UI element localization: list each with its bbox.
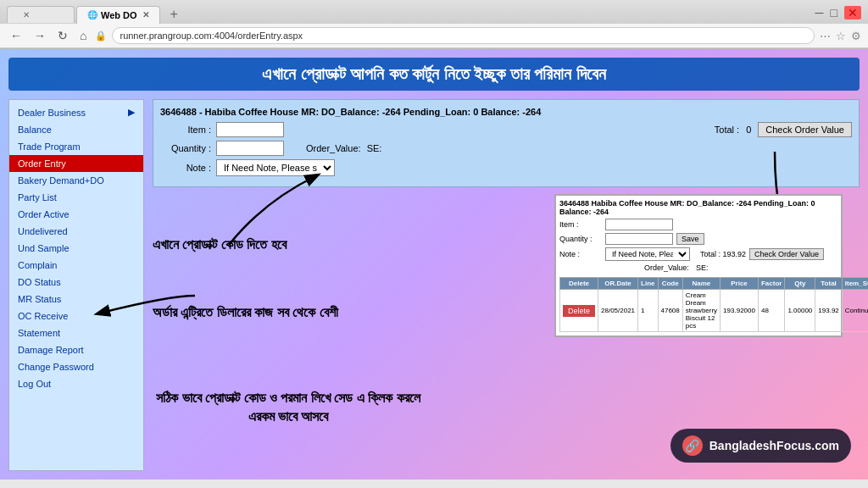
screenshot-form: 3646488 Habiba Coffee House MR: DO_Balan… bbox=[559, 199, 837, 272]
sidebar-item-trade-program[interactable]: Trade Program bbox=[9, 138, 143, 155]
td-code: 47608 bbox=[658, 290, 682, 332]
watermark: 🔗 BangladeshFocus.com bbox=[670, 429, 851, 463]
th-factor: Factor bbox=[758, 278, 784, 290]
new-tab-button[interactable]: + bbox=[165, 5, 183, 24]
forward-button[interactable]: → bbox=[31, 27, 49, 44]
note-select[interactable]: If Need Note, Please select bbox=[216, 159, 335, 176]
sf-header-row: 3646488 Habiba Coffee House MR: DO_Balan… bbox=[559, 199, 837, 216]
sidebar: Dealer Business ▶ Balance Trade Program … bbox=[8, 99, 144, 471]
form-row-item: Item : Total : 0 Check Order Value bbox=[160, 122, 852, 137]
minimize-btn[interactable]: ─ bbox=[815, 6, 824, 19]
sidebar-item-order-entry[interactable]: Order Entry bbox=[9, 155, 143, 172]
sidebar-item-order-active[interactable]: Order Active bbox=[9, 206, 143, 223]
quantity-input[interactable] bbox=[216, 141, 284, 156]
sidebar-item-change-password[interactable]: Change Password bbox=[9, 358, 143, 375]
close-btn[interactable]: ✕ bbox=[844, 6, 861, 19]
screenshot-box: 3646488 Habiba Coffee House MR: DO_Balan… bbox=[554, 194, 843, 337]
star-icon[interactable]: ☆ bbox=[836, 30, 846, 42]
sidebar-item-undelivered[interactable]: Undelivered bbox=[9, 223, 143, 240]
th-delete: Delete bbox=[560, 278, 598, 290]
main-layout: Dealer Business ▶ Balance Trade Program … bbox=[0, 99, 868, 480]
th-qty: Qty bbox=[785, 278, 815, 290]
maximize-btn[interactable]: □ bbox=[831, 6, 837, 19]
left-annotation: এখানে প্রোডাক্ট কোড দিতে হবে অর্ডার এন্ট… bbox=[153, 194, 548, 471]
delete-button[interactable]: Delete bbox=[563, 305, 595, 317]
reload-button[interactable]: ↻ bbox=[54, 27, 71, 44]
sidebar-item-log-out[interactable]: Log Out bbox=[9, 375, 143, 392]
total-label: Total : bbox=[715, 125, 739, 135]
address-bar: ← → ↻ ⌂ 🔒 ⋯ ☆ ⚙ bbox=[0, 24, 868, 48]
table-header-row: Delete OR.Date Line Code Name Price Fact… bbox=[560, 278, 869, 290]
sidebar-item-complain[interactable]: Complain bbox=[9, 257, 143, 274]
order-form: 3646488 - Habiba Coffee House MR: DO_Bal… bbox=[153, 99, 860, 187]
td-line: 1 bbox=[638, 290, 658, 332]
form-right: Total : 0 Check Order Value bbox=[715, 122, 852, 137]
tab-2-label: Web DO bbox=[101, 10, 137, 20]
watermark-text: BangladeshFocus.com bbox=[709, 439, 839, 452]
sidebar-item-damage-report[interactable]: Damage Report bbox=[9, 341, 143, 358]
sf-item-label: Item : bbox=[559, 220, 602, 229]
th-status: Item_Status bbox=[842, 278, 868, 290]
sidebar-item-mr-status[interactable]: MR Status bbox=[9, 291, 143, 308]
sf-note-select[interactable]: If Need Note, Please select bbox=[605, 247, 690, 261]
sf-quantity-label: Quantity : bbox=[559, 235, 602, 243]
right-content: 3646488 - Habiba Coffee House MR: DO_Bal… bbox=[153, 99, 860, 471]
order-value-area: Order_Value: SE: bbox=[306, 143, 381, 153]
sf-save-button[interactable]: Save bbox=[676, 233, 704, 245]
sidebar-item-dealer-business[interactable]: Dealer Business ▶ bbox=[9, 103, 143, 121]
back-button[interactable]: ← bbox=[7, 27, 25, 44]
sidebar-item-bakery[interactable]: Bakery Demand+DO bbox=[9, 172, 143, 189]
sidebar-item-statement[interactable]: Statement bbox=[9, 324, 143, 341]
sidebar-item-und-sample[interactable]: Und Sample bbox=[9, 240, 143, 257]
th-price: Price bbox=[721, 278, 759, 290]
browser-chrome: ✕ 🌐 Web DO ✕ + ─ □ ✕ ← → ↻ ⌂ 🔒 ⋯ ☆ ⚙ bbox=[0, 0, 868, 49]
td-factor: 48 bbox=[758, 290, 784, 332]
sidebar-item-balance[interactable]: Balance bbox=[9, 121, 143, 138]
annotation-click-save: সঠিক ভাবে প্রোডাক্ট কোড ও পরমান লিখে সেড… bbox=[153, 389, 424, 427]
sf-quantity-row: Quantity : Save bbox=[559, 233, 837, 245]
watermark-icon: 🔗 bbox=[682, 435, 703, 456]
form-header: 3646488 - Habiba Coffee House MR: DO_Bal… bbox=[160, 107, 852, 117]
sf-order-value-row: Order_Value: SE: bbox=[559, 263, 837, 272]
tab-bar: ✕ 🌐 Web DO ✕ + ─ □ ✕ bbox=[0, 0, 868, 24]
th-line: Line bbox=[638, 278, 658, 290]
sf-note-row: Note : If Need Note, Please select Total… bbox=[559, 247, 837, 261]
sf-quantity-input[interactable] bbox=[605, 233, 673, 245]
form-row-quantity: Quantity : Order_Value: SE: bbox=[160, 141, 852, 156]
table-row: Delete 28/05/2021 1 47608 Cream Dream st… bbox=[560, 290, 869, 332]
td-delete: Delete bbox=[560, 290, 598, 332]
lock-icon: 🔒 bbox=[95, 30, 107, 42]
tab-2[interactable]: 🌐 Web DO ✕ bbox=[76, 6, 160, 24]
tab-1-close[interactable]: ✕ bbox=[23, 10, 30, 19]
note-label: Note : bbox=[160, 163, 211, 173]
item-label: Item : bbox=[160, 125, 211, 135]
sidebar-item-oc-receive[interactable]: OC Receive bbox=[9, 308, 143, 324]
extensions-icon: ⚙ bbox=[851, 30, 861, 42]
sidebar-item-do-status[interactable]: DO Status bbox=[9, 274, 143, 291]
td-or-date: 28/05/2021 bbox=[598, 290, 638, 332]
sf-total: Total : 193.92 bbox=[700, 250, 746, 258]
th-or-date: OR.Date bbox=[598, 278, 638, 290]
th-code: Code bbox=[658, 278, 682, 290]
td-price: 193.92000 bbox=[721, 290, 759, 332]
sidebar-item-party-list[interactable]: Party List bbox=[9, 189, 143, 206]
sf-item-input[interactable] bbox=[605, 219, 673, 230]
check-order-value-button[interactable]: Check Order Value bbox=[758, 122, 852, 137]
url-input[interactable] bbox=[112, 27, 815, 44]
td-total: 193.92 bbox=[815, 290, 842, 332]
form-row-note: Note : If Need Note, Please select bbox=[160, 159, 852, 176]
sf-item-row: Item : bbox=[559, 219, 837, 230]
bookmark-icon[interactable]: ⋯ bbox=[820, 30, 831, 42]
tab-1[interactable]: ✕ bbox=[7, 6, 75, 23]
screenshot-table: Delete OR.Date Line Code Name Price Fact… bbox=[559, 277, 868, 332]
annotation-order-entry: অর্ডার এন্ট্রিতে ডিলারের কাজ সব থেকে বেশ… bbox=[153, 304, 390, 322]
sf-check-button[interactable]: Check Order Value bbox=[749, 248, 824, 260]
home-button[interactable]: ⌂ bbox=[76, 27, 90, 44]
item-input[interactable] bbox=[216, 122, 284, 137]
screenshot-container: 3646488 Habiba Coffee House MR: DO_Balan… bbox=[554, 194, 860, 337]
tab-2-close[interactable]: ✕ bbox=[142, 10, 149, 19]
th-total: Total bbox=[815, 278, 842, 290]
page-content: এখানে প্রোডাক্ট আপনি কত কার্টুন নিতে ইচ্… bbox=[0, 49, 868, 480]
quantity-label: Quantity : bbox=[160, 143, 211, 153]
top-banner: এখানে প্রোডাক্ট আপনি কত কার্টুন নিতে ইচ্… bbox=[8, 58, 860, 91]
